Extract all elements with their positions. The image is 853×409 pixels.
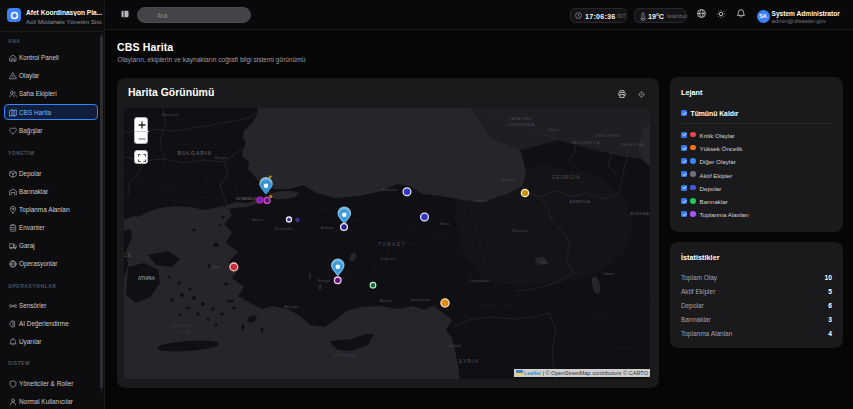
svg-text:ARMENIA: ARMENIA	[570, 200, 591, 204]
svg-text:BULGARIA: BULGARIA	[178, 150, 212, 156]
svg-text:GEORGIA: GEORGIA	[552, 175, 580, 180]
svg-text:INGUSHETIA: INGUSHETIA	[572, 141, 600, 145]
svg-text:Bursa: Bursa	[252, 217, 264, 222]
svg-text:TURKEY: TURKEY	[378, 241, 406, 247]
svg-text:Sochi: Sochi	[548, 127, 559, 132]
svg-text:ATHINA: ATHINA	[138, 276, 156, 281]
svg-text:KARACHAY-: KARACHAY-	[509, 117, 533, 121]
svg-text:İzmir: İzmir	[211, 264, 221, 269]
svg-text:Gaziantep: Gaziantep	[410, 297, 430, 302]
svg-text:CYPRUS: CYPRUS	[334, 353, 356, 358]
svg-text:Halab: Halab	[449, 343, 461, 348]
svg-text:Batumi: Batumi	[501, 177, 514, 182]
svg-text:GREECE: GREECE	[124, 253, 132, 258]
svg-text:Antalya: Antalya	[284, 304, 299, 309]
svg-text:Erzurum: Erzurum	[512, 228, 529, 233]
svg-text:SEA: SEA	[179, 330, 192, 335]
svg-text:Kayseri: Kayseri	[381, 256, 395, 261]
svg-text:İSTANBUL: İSTANBUL	[236, 196, 258, 201]
svg-text:CHECHNYA: CHECHNYA	[594, 134, 619, 138]
svg-text:Samsun: Samsun	[382, 187, 398, 192]
svg-text:Tabriz: Tabriz	[602, 271, 613, 276]
svg-text:AZERBAIJAN: AZERBAIJAN	[630, 211, 650, 216]
svg-text:Trabzon: Trabzon	[472, 198, 488, 203]
svg-text:CHERKESSIA: CHERKESSIA	[507, 123, 534, 127]
svg-text:Bucuresti: Bucuresti	[162, 113, 178, 117]
svg-text:DAGESTAN: DAGESTAN	[621, 143, 646, 147]
svg-text:Sivas: Sivas	[440, 221, 451, 226]
svg-text:Konya: Konya	[318, 278, 331, 283]
svg-text:AEGEAN: AEGEAN	[172, 323, 198, 328]
svg-text:Eskişehir: Eskişehir	[275, 226, 293, 231]
svg-text:Van: Van	[541, 260, 549, 265]
svg-text:SYRIA: SYRIA	[459, 359, 479, 364]
svg-text:Ankara: Ankara	[320, 225, 334, 230]
svg-text:Burgas: Burgas	[214, 155, 228, 160]
svg-text:Diyarbakır: Diyarbakır	[470, 278, 490, 283]
svg-text:Adana: Adana	[379, 298, 392, 303]
